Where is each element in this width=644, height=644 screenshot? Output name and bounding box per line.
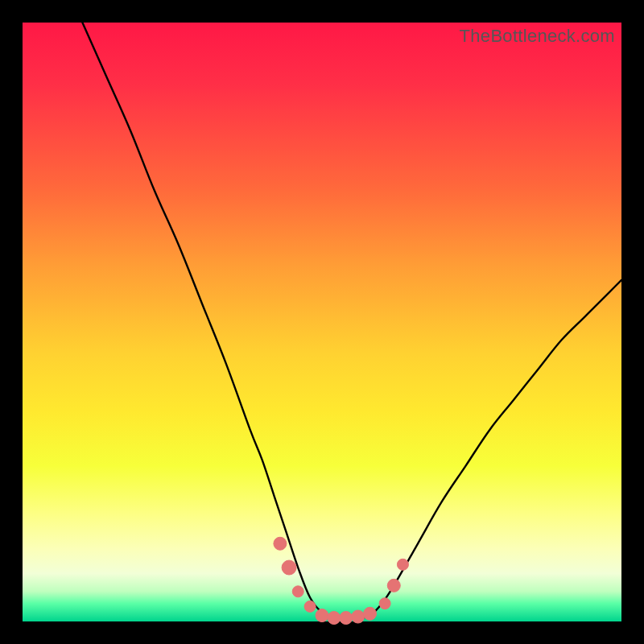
highlight-dot: [316, 609, 328, 622]
highlight-dots: [274, 537, 409, 624]
bottleneck-curve: [82, 23, 621, 619]
highlight-dot: [304, 601, 316, 612]
highlight-dot: [340, 612, 353, 625]
highlight-dot: [352, 610, 365, 623]
plot-area: TheBottleneck.com: [23, 23, 621, 621]
highlight-dot: [292, 586, 303, 597]
highlight-dot: [282, 560, 296, 575]
highlight-dot: [379, 598, 390, 609]
highlight-dot: [397, 559, 408, 570]
chart-svg: [23, 23, 621, 621]
curve-path: [82, 23, 621, 619]
highlight-dot: [274, 537, 287, 550]
highlight-dot: [364, 607, 377, 620]
highlight-dot: [328, 612, 341, 625]
highlight-dot: [387, 579, 400, 592]
